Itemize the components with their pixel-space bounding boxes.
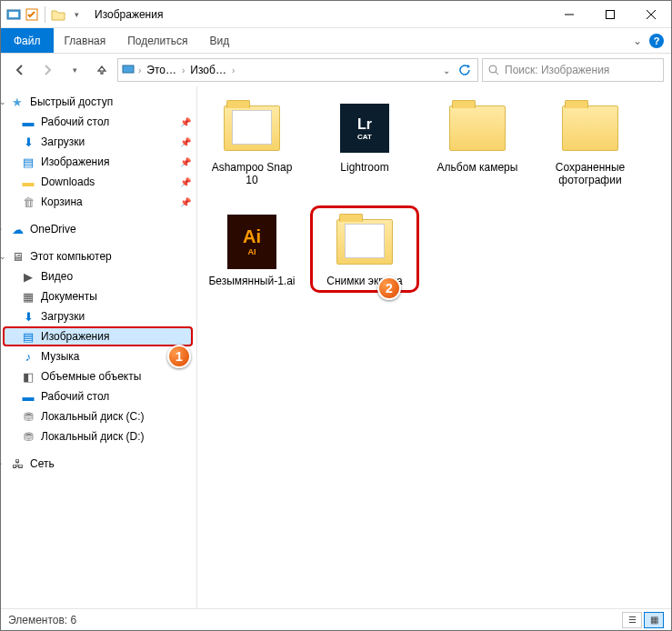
status-bar: Элементов: 6 ☰ ▦ bbox=[1, 608, 671, 630]
music-icon: ♪ bbox=[21, 349, 35, 364]
documents-icon: ▦ bbox=[21, 289, 35, 304]
content-pane[interactable]: Ashampoo Snap 10 LrCAT Lightroom Альбом … bbox=[197, 86, 671, 608]
sidebar-item-recycle[interactable]: 🗑Корзина📌 bbox=[1, 192, 196, 212]
status-count: Элементов: 6 bbox=[8, 614, 76, 626]
back-button[interactable] bbox=[8, 58, 32, 82]
forward-button[interactable] bbox=[35, 58, 59, 82]
chevron-right-icon: › bbox=[138, 65, 141, 75]
item-label: Безымянный-1.ai bbox=[208, 275, 295, 287]
sidebar-item-drive-c[interactable]: ⛃Локальный диск (C:) bbox=[1, 406, 196, 426]
qat-properties-icon[interactable] bbox=[25, 7, 39, 22]
tab-share[interactable]: Поделиться bbox=[116, 28, 198, 53]
sidebar-item-label: Видео bbox=[41, 270, 73, 283]
minimize-button[interactable] bbox=[548, 1, 589, 28]
sidebar-item-desktop2[interactable]: ▬Рабочий стол bbox=[1, 386, 196, 406]
drive-icon: ⛃ bbox=[21, 409, 35, 424]
svg-rect-1 bbox=[9, 12, 18, 17]
pictures-icon: ▤ bbox=[21, 155, 35, 169]
maximize-button[interactable] bbox=[589, 1, 630, 28]
file-tab[interactable]: Файл bbox=[1, 28, 54, 53]
help-icon[interactable]: ? bbox=[649, 34, 664, 48]
sidebar-item-music[interactable]: ♪Музыка bbox=[1, 346, 196, 366]
folder-saved-photos[interactable]: Сохраненные фотографии bbox=[545, 99, 636, 187]
sidebar-item-pictures-highlighted[interactable]: ▤Изображения bbox=[3, 326, 193, 346]
cloud-icon: ☁ bbox=[10, 222, 25, 236]
sidebar-item-label: Локальный диск (D:) bbox=[41, 430, 145, 443]
breadcrumb[interactable]: Это… bbox=[145, 64, 178, 76]
item-label: Lightroom bbox=[340, 161, 388, 174]
sidebar-item-documents[interactable]: ▦Документы bbox=[1, 286, 196, 306]
sidebar-item-label: Сеть bbox=[30, 457, 55, 470]
sidebar-item-label: Рабочий стол bbox=[41, 390, 109, 403]
chevron-right-icon: › bbox=[1, 225, 8, 234]
sidebar-item-desktop[interactable]: ▬Рабочий стол📌 bbox=[1, 112, 196, 132]
sidebar-this-pc[interactable]: ⌄ 🖥 Этот компьютер bbox=[1, 246, 196, 266]
recycle-icon: 🗑 bbox=[21, 195, 35, 209]
sidebar-item-downloads2[interactable]: ⬇Загрузки bbox=[1, 306, 196, 326]
sidebar-item-downloads[interactable]: ⬇Загрузки📌 bbox=[1, 132, 196, 152]
sidebar-item-label: Этот компьютер bbox=[30, 250, 112, 263]
up-button[interactable] bbox=[90, 58, 114, 82]
breadcrumb[interactable]: Изоб… bbox=[188, 64, 228, 76]
desktop-icon: ▬ bbox=[21, 115, 35, 129]
file-ai[interactable]: AiAI Безымянный-1.ai bbox=[206, 213, 297, 287]
network-icon: 🖧 bbox=[10, 456, 25, 471]
sidebar-item-label: Объемные объекты bbox=[41, 370, 141, 383]
sidebar-item-label: Музыка bbox=[41, 350, 79, 363]
address-bar[interactable]: › Это… › Изоб… › ⌄ bbox=[117, 58, 478, 82]
sidebar-item-label: Изображения bbox=[41, 330, 109, 343]
pictures-icon: ▤ bbox=[21, 329, 35, 344]
chevron-right-icon: › bbox=[182, 65, 185, 75]
qat-dropdown-icon[interactable]: ▾ bbox=[69, 7, 84, 22]
address-dropdown-icon[interactable]: ⌄ bbox=[437, 61, 456, 79]
ribbon-expand-icon[interactable]: ⌄ bbox=[633, 35, 642, 47]
star-icon: ★ bbox=[10, 95, 25, 109]
address-row: ▾ › Это… › Изоб… › ⌄ Поиск: Изображения bbox=[1, 54, 671, 86]
view-details-button[interactable]: ☰ bbox=[622, 612, 642, 628]
close-button[interactable] bbox=[630, 1, 671, 28]
chevron-right-icon: › bbox=[232, 65, 235, 75]
svg-line-9 bbox=[496, 72, 498, 75]
desktop-icon: ▬ bbox=[21, 389, 35, 404]
3d-icon: ◧ bbox=[21, 369, 35, 384]
sidebar-item-label: Рабочий стол bbox=[41, 115, 109, 128]
callout-badge-2: 2 bbox=[377, 276, 401, 300]
tab-home[interactable]: Главная bbox=[54, 28, 117, 53]
folder-ashampoo[interactable]: Ashampoo Snap 10 bbox=[206, 99, 297, 187]
sidebar-item-downloads-en[interactable]: ▬Downloads📌 bbox=[1, 172, 196, 192]
folder-lightroom[interactable]: LrCAT Lightroom bbox=[319, 99, 410, 187]
sidebar-quick-access[interactable]: ⌄ ★ Быстрый доступ bbox=[1, 92, 196, 112]
search-input[interactable]: Поиск: Изображения bbox=[482, 58, 664, 82]
sidebar-item-label: Документы bbox=[41, 290, 97, 303]
sidebar-network[interactable]: › 🖧 Сеть bbox=[1, 454, 196, 474]
sidebar-onedrive[interactable]: › ☁ OneDrive bbox=[1, 219, 196, 239]
refresh-icon[interactable] bbox=[456, 61, 474, 79]
chevron-down-icon: ⌄ bbox=[1, 97, 8, 106]
sidebar[interactable]: ⌄ ★ Быстрый доступ ▬Рабочий стол📌 ⬇Загру… bbox=[1, 86, 197, 608]
sidebar-item-3d[interactable]: ◧Объемные объекты bbox=[1, 366, 196, 386]
sidebar-item-label: Быстрый доступ bbox=[30, 95, 113, 108]
drive-icon: ⛃ bbox=[21, 429, 35, 444]
view-icons-button[interactable]: ▦ bbox=[644, 612, 664, 628]
chevron-right-icon: › bbox=[1, 459, 8, 468]
sidebar-item-label: Загрузки bbox=[41, 310, 85, 323]
folder-camera-roll[interactable]: Альбом камеры bbox=[432, 99, 523, 187]
downloads-icon: ⬇ bbox=[21, 135, 35, 149]
sidebar-item-videos[interactable]: ▶Видео bbox=[1, 266, 196, 286]
svg-rect-4 bbox=[606, 10, 614, 18]
pin-icon: 📌 bbox=[180, 157, 191, 167]
pin-icon: 📌 bbox=[180, 137, 191, 147]
tab-view[interactable]: Вид bbox=[198, 28, 240, 53]
search-icon bbox=[488, 65, 499, 75]
folder-icon: ▬ bbox=[21, 175, 35, 189]
pin-icon: 📌 bbox=[180, 197, 191, 207]
chevron-down-icon: ⌄ bbox=[1, 252, 8, 261]
pin-icon: 📌 bbox=[180, 117, 191, 127]
recent-dropdown[interactable]: ▾ bbox=[63, 58, 86, 82]
sidebar-item-pictures[interactable]: ▤Изображения📌 bbox=[1, 152, 196, 172]
folder-screenshots-highlighted[interactable]: Снимки экрана 2 bbox=[319, 213, 410, 287]
sidebar-item-label: Локальный диск (C:) bbox=[41, 410, 145, 423]
ribbon: Файл Главная Поделиться Вид ⌄ ? bbox=[1, 28, 671, 54]
sidebar-item-label: OneDrive bbox=[30, 223, 76, 235]
sidebar-item-drive-d[interactable]: ⛃Локальный диск (D:) bbox=[1, 426, 196, 446]
